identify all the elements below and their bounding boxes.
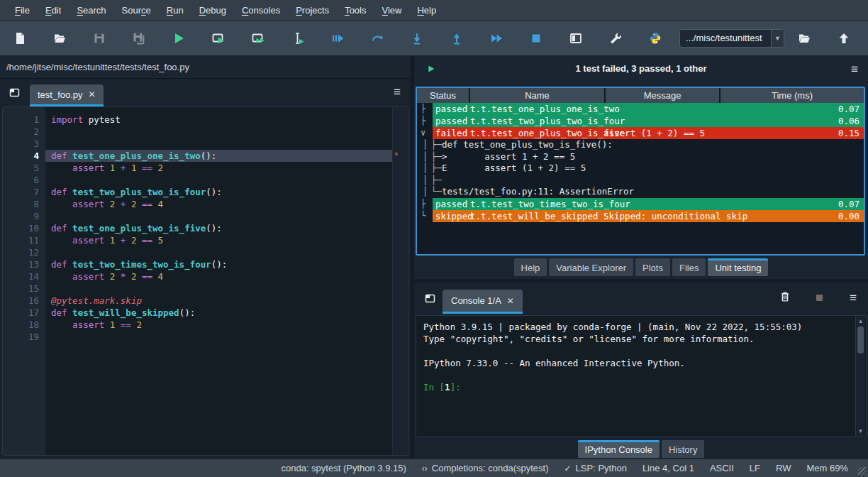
- step-into-button[interactable]: [397, 23, 437, 54]
- preferences-button[interactable]: [596, 23, 635, 54]
- browse-tabs-icon[interactable]: [424, 292, 436, 305]
- test-results-table[interactable]: StatusNameMessageTime (ms) ├passedt.t.te…: [416, 87, 865, 256]
- pythonpath-manager-button[interactable]: [635, 23, 675, 54]
- open-file-button[interactable]: [40, 23, 79, 54]
- tab-help[interactable]: Help: [514, 258, 547, 276]
- column-header-time-ms-[interactable]: Time (ms): [720, 88, 864, 103]
- menu-consoles[interactable]: Consoles: [234, 0, 288, 21]
- test-result-row-skipped[interactable]: └skippedt.t.test_will_be_skippedSkipped:…: [417, 210, 864, 222]
- tab-files[interactable]: Files: [672, 258, 706, 276]
- menu-edit[interactable]: Edit: [38, 0, 69, 21]
- code-text: [45, 331, 392, 343]
- ipython-console-output[interactable]: Python 3.9.15 | packaged by conda-forge …: [416, 315, 867, 437]
- menu-help[interactable]: Help: [409, 0, 444, 21]
- line-number: 17: [3, 307, 45, 319]
- continue-button[interactable]: [477, 23, 516, 54]
- editor-tab-test-foo[interactable]: test_foo.py ✕: [30, 84, 104, 106]
- run-cell-button[interactable]: [199, 23, 238, 54]
- new-file-button[interactable]: [0, 23, 40, 54]
- code-text: [45, 210, 392, 222]
- folder-icon: [797, 31, 811, 45]
- console-options-menu-icon[interactable]: ≡: [850, 292, 857, 304]
- menu-tools[interactable]: Tools: [337, 0, 374, 21]
- step-over-button[interactable]: [357, 23, 397, 54]
- code-line-13[interactable]: 13def test_two_times_two_is_four():: [3, 258, 392, 270]
- menu-file[interactable]: File: [7, 0, 38, 21]
- open-file-icon: [52, 31, 67, 45]
- code-line-18[interactable]: 18 assert 1 == 2: [3, 319, 392, 331]
- editor-options-menu-icon[interactable]: ≡: [394, 86, 401, 98]
- test-result-row-passed[interactable]: ├passedt.t.test_two_plus_two_is_four0.06: [417, 115, 864, 127]
- console-line: Python 3.9.15 | packaged by conda-forge …: [423, 321, 852, 333]
- column-header-name[interactable]: Name: [470, 88, 604, 103]
- menu-debug[interactable]: Debug: [191, 0, 234, 21]
- code-line-9[interactable]: 9: [3, 210, 392, 222]
- code-line-5[interactable]: 5 assert 1 + 1 == 2: [3, 162, 392, 174]
- code-line-15[interactable]: 15: [3, 283, 392, 295]
- scroll-up-icon[interactable]: ▲: [856, 318, 865, 324]
- menu-projects[interactable]: Projects: [288, 0, 337, 21]
- working-directory-value: .../misc/testunittest: [680, 30, 771, 47]
- run-cell-and-advance-button[interactable]: [238, 23, 278, 54]
- browse-working-directory-button[interactable]: [784, 23, 824, 54]
- remove-variables-button[interactable]: [779, 290, 791, 303]
- run-icon: [172, 31, 186, 45]
- console-tab[interactable]: Console 1/A ✕: [443, 290, 523, 314]
- scrollbar-thumb[interactable]: [857, 327, 864, 353]
- console-scrollbar[interactable]: ▲ ▼: [855, 317, 865, 436]
- tab-history[interactable]: History: [662, 440, 704, 458]
- code-line-1[interactable]: 1import pytest: [3, 114, 392, 126]
- scrollflag-area[interactable]: [392, 107, 408, 455]
- browse-tabs-icon[interactable]: [9, 87, 21, 99]
- column-header-message[interactable]: Message: [606, 88, 719, 103]
- menu-view[interactable]: View: [374, 0, 409, 21]
- test-result-row-failed[interactable]: ∨failedt.t.test_one_plus_two_is_fiveasse…: [417, 127, 864, 139]
- code-line-8[interactable]: 8 assert 2 + 2 == 4: [3, 198, 392, 210]
- tab-ipython-console[interactable]: IPython Console: [578, 440, 660, 458]
- code-line-3[interactable]: 3: [3, 138, 392, 150]
- menu-source[interactable]: Source: [114, 0, 159, 21]
- run-button[interactable]: [159, 23, 199, 54]
- line-number: 5: [3, 162, 45, 174]
- column-header-status[interactable]: Status: [417, 88, 469, 103]
- code-line-6[interactable]: 6: [3, 174, 392, 186]
- working-directory-combo[interactable]: .../misc/testunittest ▼: [679, 29, 784, 48]
- code-line-14[interactable]: 14 assert 2 * 2 == 4: [3, 270, 392, 283]
- menu-search[interactable]: Search: [69, 0, 113, 21]
- close-tab-icon[interactable]: ✕: [507, 296, 514, 306]
- close-tab-icon[interactable]: ✕: [89, 89, 96, 99]
- code-line-17[interactable]: 17def test_will_be_skipped():: [3, 307, 392, 319]
- code-line-10[interactable]: 10def test_one_plus_two_is_five():: [3, 222, 392, 234]
- code-line-19[interactable]: 19: [3, 331, 392, 343]
- test-result-row-passed[interactable]: ├passedt.t.test_one_plus_one_is_two0.07: [417, 103, 864, 115]
- step-over-icon: [370, 31, 384, 45]
- code-line-4[interactable]: 4def test_one_plus_one_is_two():: [3, 150, 392, 162]
- code-line-16[interactable]: 16@pytest.mark.skip: [3, 295, 392, 307]
- code-line-11[interactable]: 11 assert 1 + 2 == 5: [3, 234, 392, 246]
- test-result-row-passed[interactable]: ├passedt.t.test_two_times_two_is_four0.0…: [417, 198, 864, 210]
- code-editor[interactable]: 1import pytest234def test_one_plus_one_i…: [2, 106, 408, 456]
- step-return-button[interactable]: [437, 23, 477, 54]
- go-up-directory-button[interactable]: [824, 23, 864, 54]
- combo-arrow-icon[interactable]: ▼: [771, 30, 784, 47]
- test-message: assert (1 + 2) == 5: [603, 127, 705, 139]
- interrupt-kernel-icon[interactable]: [816, 295, 823, 301]
- unit-testing-options-menu-icon[interactable]: ≡: [851, 63, 858, 75]
- stop-debug-button[interactable]: [516, 23, 556, 54]
- console-prompt[interactable]: In [1]:: [423, 381, 852, 393]
- tree-branch-icon[interactable]: ∨: [421, 127, 425, 139]
- tab-plots[interactable]: Plots: [635, 258, 670, 276]
- code-line-7[interactable]: 7def test_two_plus_two_is_four():: [3, 186, 392, 198]
- save-all-button: [119, 23, 159, 54]
- status-bar: conda: spytest (Python 3.9.15)‹›Completi…: [0, 459, 868, 477]
- scroll-down-icon[interactable]: ▼: [856, 428, 865, 434]
- menu-run[interactable]: Run: [159, 0, 191, 21]
- resize-grip[interactable]: [858, 467, 867, 476]
- maximize-pane-button[interactable]: [556, 23, 596, 54]
- tab-variable-explorer[interactable]: Variable Explorer: [549, 258, 633, 276]
- code-line-2[interactable]: 2: [3, 126, 392, 138]
- tab-unit-testing[interactable]: Unit testing: [708, 258, 768, 276]
- run-selection-button[interactable]: [278, 23, 318, 54]
- debug-file-button[interactable]: [318, 23, 357, 54]
- code-line-12[interactable]: 12: [3, 246, 392, 258]
